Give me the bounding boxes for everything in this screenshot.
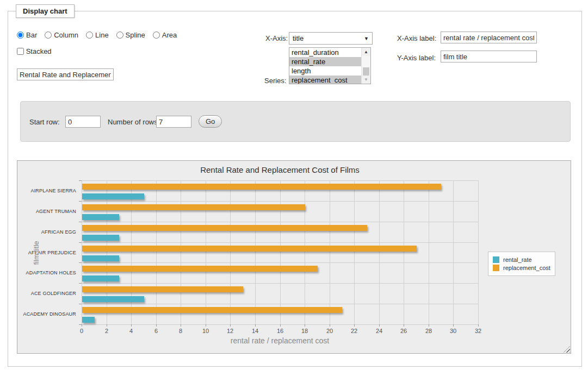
x-axis-select-value: title bbox=[293, 34, 364, 42]
x-tick-label: 14 bbox=[246, 328, 264, 334]
gridline bbox=[453, 180, 454, 324]
gridline bbox=[206, 180, 206, 324]
legend-row: rental_rate bbox=[493, 256, 550, 263]
y-tickmark bbox=[79, 242, 82, 243]
chart-title-input[interactable] bbox=[17, 68, 114, 80]
series-option-length[interactable]: length bbox=[289, 66, 361, 76]
x-tickmark bbox=[156, 324, 157, 327]
chart-type-radio-line[interactable] bbox=[86, 32, 93, 39]
x-axis-label-input[interactable] bbox=[441, 32, 537, 43]
number-of-rows-label: Number of rows: bbox=[108, 118, 159, 126]
stacked-label: Stacked bbox=[26, 47, 52, 55]
bar-rental_rate bbox=[82, 193, 144, 199]
y-tickmark bbox=[79, 324, 82, 325]
category-label: AIRPLANE SIERRA bbox=[17, 188, 76, 193]
chart-type-label-area: Area bbox=[162, 31, 177, 39]
category-label: AFRICAN EGG bbox=[17, 229, 76, 235]
resize-handle-icon[interactable] bbox=[564, 346, 570, 353]
x-tick-label: 26 bbox=[394, 328, 413, 334]
x-tickmark bbox=[181, 324, 181, 327]
y-tickmark bbox=[79, 201, 82, 202]
chart-type-label-line: Line bbox=[95, 31, 109, 39]
series-option-rental_rate[interactable]: rental_rate bbox=[289, 57, 361, 66]
x-tickmark bbox=[354, 324, 355, 327]
go-button[interactable]: Go bbox=[199, 115, 222, 128]
x-tickmark bbox=[255, 324, 256, 327]
x-axis-select-label: X-Axis: bbox=[265, 34, 288, 42]
x-tick-label: 10 bbox=[196, 328, 215, 334]
x-tickmark bbox=[404, 324, 404, 327]
chart-legend: rental_ratereplacement_cost bbox=[488, 252, 555, 276]
number-of-rows-input[interactable] bbox=[156, 116, 191, 128]
x-tickmark bbox=[280, 324, 281, 327]
legend-row: replacement_cost bbox=[493, 265, 550, 271]
x-tickmark bbox=[379, 324, 380, 327]
x-tickmark bbox=[131, 324, 132, 327]
gridline bbox=[82, 180, 478, 181]
y-tickmark bbox=[79, 180, 82, 181]
x-tick-label: 6 bbox=[147, 328, 165, 334]
bar-replacement_cost bbox=[82, 286, 243, 292]
chart-type-radio-area[interactable] bbox=[153, 32, 160, 39]
y-axis-label-input[interactable] bbox=[441, 51, 537, 62]
x-tick-label: 8 bbox=[171, 328, 190, 334]
y-tickmark bbox=[79, 222, 82, 222]
x-tick-label: 4 bbox=[122, 328, 140, 334]
gridline bbox=[82, 242, 478, 243]
bar-rental_rate bbox=[82, 235, 119, 241]
x-tick-label: 30 bbox=[444, 328, 462, 334]
x-tick-label: 32 bbox=[469, 328, 487, 334]
category-label: ACE GOLDFINGER bbox=[17, 291, 76, 296]
category-label: ACADEMY DINOSAUR bbox=[17, 311, 76, 317]
series-listbox[interactable]: rental_durationrental_ratelengthreplacem… bbox=[289, 47, 371, 84]
x-tick-label: 24 bbox=[370, 328, 388, 334]
scroll-down-icon[interactable]: ▼ bbox=[362, 76, 370, 84]
start-row-input[interactable] bbox=[65, 116, 101, 128]
chart-container: Rental Rate and Replacement Cost of Film… bbox=[17, 160, 571, 354]
gridline bbox=[82, 283, 478, 284]
x-tickmark bbox=[206, 324, 206, 327]
gridline bbox=[82, 201, 478, 202]
legend-swatch-replacement_cost bbox=[493, 265, 499, 271]
stacked-option: Stacked bbox=[17, 47, 52, 55]
rows-panel: Start row: Number of rows: Go bbox=[20, 101, 571, 142]
gridline bbox=[181, 180, 181, 324]
x-tick-label: 12 bbox=[221, 328, 239, 334]
series-label: Series: bbox=[264, 77, 286, 85]
y-axis-title: film title bbox=[32, 241, 40, 265]
gridline bbox=[156, 180, 157, 324]
x-axis-label-caption: X-Axis label: bbox=[397, 34, 436, 42]
x-tick-label: 2 bbox=[97, 328, 116, 334]
x-tick-label: 20 bbox=[320, 328, 339, 334]
display-chart-fieldset: Display chart BarColumnLineSplineArea St… bbox=[8, 11, 582, 367]
x-tickmark bbox=[478, 324, 479, 327]
bar-rental_rate bbox=[82, 255, 119, 261]
stacked-checkbox[interactable] bbox=[17, 48, 24, 55]
x-axis-select[interactable]: title ▼ bbox=[289, 32, 373, 45]
plot-area bbox=[82, 180, 478, 324]
gridline bbox=[478, 180, 479, 324]
chart-type-radio-spline[interactable] bbox=[116, 32, 123, 39]
x-axis-title: rental rate / replacement cost bbox=[82, 336, 478, 345]
y-tickmark bbox=[79, 304, 82, 304]
scroll-up-icon[interactable]: ▲ bbox=[362, 48, 370, 56]
gridline bbox=[280, 180, 281, 324]
category-label: AFFAIR PREJUDICE bbox=[17, 250, 76, 255]
chart-type-radio-group: BarColumnLineSplineArea bbox=[17, 31, 182, 39]
y-tickmark bbox=[79, 262, 82, 263]
chart-title: Rental Rate and Replacement Cost of Film… bbox=[82, 165, 478, 174]
series-option-rental_duration[interactable]: rental_duration bbox=[289, 48, 361, 57]
legend-label: rental_rate bbox=[503, 256, 532, 263]
chart-type-radio-column[interactable] bbox=[45, 32, 52, 39]
gridline bbox=[330, 180, 330, 324]
series-option-replacement_cost[interactable]: replacement_cost bbox=[289, 76, 361, 84]
gridline bbox=[82, 222, 478, 222]
chevron-down-icon: ▼ bbox=[364, 36, 369, 41]
x-tick-label: 22 bbox=[345, 328, 363, 334]
chart-type-radio-bar[interactable] bbox=[17, 32, 24, 39]
start-row-label: Start row: bbox=[29, 118, 60, 126]
gridline bbox=[354, 180, 355, 324]
gridline bbox=[82, 262, 478, 263]
x-tickmark bbox=[429, 324, 429, 327]
series-scrollbar[interactable]: ▲ ▼ bbox=[361, 48, 370, 84]
